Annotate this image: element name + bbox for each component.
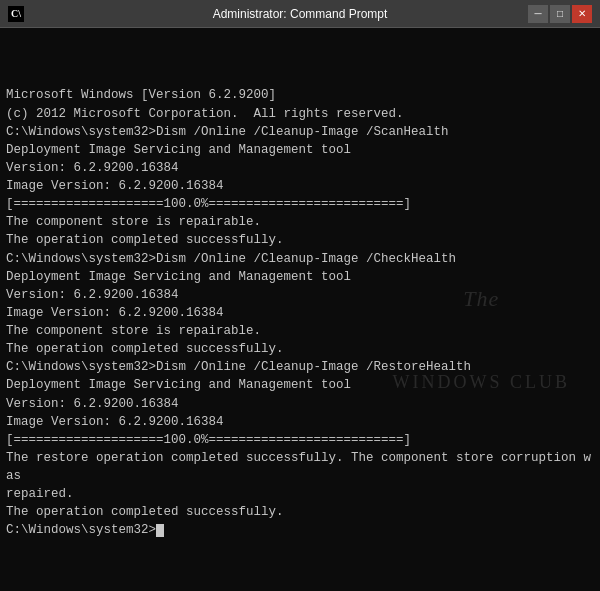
terminal-line: [====================100.0%=============… [6,195,594,213]
cmd-icon: C\ [8,6,24,22]
terminal-line: Image Version: 6.2.9200.16384 [6,304,594,322]
terminal-output: The Windows Club Microsoft Windows [Vers… [0,28,600,591]
terminal-line: Deployment Image Servicing and Managemen… [6,376,594,394]
terminal-line: Version: 6.2.9200.16384 [6,159,594,177]
terminal-line: The operation completed successfully. [6,503,594,521]
terminal-cursor [156,524,164,537]
terminal-line: Deployment Image Servicing and Managemen… [6,141,594,159]
minimize-button[interactable]: ─ [528,5,548,23]
terminal-line: Version: 6.2.9200.16384 [6,286,594,304]
terminal-lines: Microsoft Windows [Version 6.2.9200](c) … [6,86,594,539]
terminal-line: The component store is repairable. [6,213,594,231]
terminal-line: The component store is repairable. [6,322,594,340]
terminal-line: Microsoft Windows [Version 6.2.9200] [6,86,594,104]
terminal-line: The restore operation completed successf… [6,449,594,485]
title-bar: C\ Administrator: Command Prompt ─ □ ✕ [0,0,600,28]
terminal-line: C:\Windows\system32> [6,521,594,539]
terminal-line: Image Version: 6.2.9200.16384 [6,177,594,195]
terminal-line: C:\Windows\system32>Dism /Online /Cleanu… [6,250,594,268]
terminal-line: The operation completed successfully. [6,231,594,249]
terminal-line: repaired. [6,485,594,503]
title-bar-left: C\ [8,6,24,22]
maximize-button[interactable]: □ [550,5,570,23]
window-controls: ─ □ ✕ [528,5,592,23]
terminal-line: [====================100.0%=============… [6,431,594,449]
terminal-line: Version: 6.2.9200.16384 [6,395,594,413]
terminal-line: Image Version: 6.2.9200.16384 [6,413,594,431]
terminal-line: Deployment Image Servicing and Managemen… [6,268,594,286]
terminal-line: C:\Windows\system32>Dism /Online /Cleanu… [6,358,594,376]
terminal-line: C:\Windows\system32>Dism /Online /Cleanu… [6,123,594,141]
terminal-line: (c) 2012 Microsoft Corporation. All righ… [6,105,594,123]
terminal-line: The operation completed successfully. [6,340,594,358]
close-button[interactable]: ✕ [572,5,592,23]
window-title: Administrator: Command Prompt [213,7,388,21]
